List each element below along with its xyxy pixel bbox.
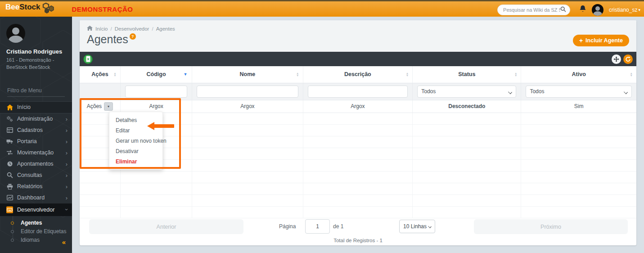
chevron-right-icon: › [66,139,68,145]
sidebar-item-agentes[interactable]: Agentes [0,219,72,227]
sidebar-item-desenvolvedor[interactable]: Desenvolvedor › [0,203,72,216]
sort-desc-icon[interactable]: ▼ [183,72,187,77]
refresh-button[interactable] [623,54,633,64]
sidebar-item-idiomas[interactable]: Idiomas [0,236,72,244]
topbar: BeeStock DEMONSTRAÇÃO cr [0,0,644,17]
sidebar-item-consultas[interactable]: Consultas › [0,170,72,181]
sort-icon[interactable]: ▲▼ [630,72,633,77]
logo-stock-text: Stock [19,3,40,12]
menu-item-editar[interactable]: Editar [109,125,162,136]
next-page-button[interactable]: Próximo [474,219,628,234]
sort-icon[interactable]: ▲▼ [406,72,409,77]
table-filter-row: Todos Todos [80,83,636,100]
sidebar-item-movimentacao[interactable]: Movimentação › [0,147,72,158]
menu-item-detalhes[interactable]: Detalhes [109,115,162,125]
sidebar-item-label: Relatórios [17,183,42,190]
export-excel-button[interactable]: X [83,54,93,64]
sort-icon[interactable]: ▲▼ [514,72,517,77]
empty-table-row [80,124,636,136]
cell-codigo: Argox [120,100,192,113]
sort-icon[interactable]: ▲▼ [296,72,299,77]
sidebar-item-inicio[interactable]: Início [0,101,72,113]
previous-page-button[interactable]: Anterior [89,219,243,234]
empty-table-row [80,171,636,183]
search-icon [6,172,13,179]
wiki-search-input[interactable] [503,7,560,13]
menu-filter-input[interactable] [7,86,65,97]
bullet-icon [11,221,14,225]
help-badge[interactable]: ? [130,33,136,40]
column-header-codigo[interactable]: Código▼ [120,66,192,83]
filter-codigo-input[interactable] [125,86,188,98]
chevron-down-icon: › [63,209,69,211]
page-of-label: de 1 [333,223,343,230]
sidebar-item-label: Administração [17,116,53,122]
sidebar-item-apontamentos[interactable]: Apontamentos › [0,158,72,170]
filter-nome-input[interactable] [197,86,298,98]
printer-icon [6,183,13,190]
wiki-search[interactable] [497,5,570,15]
sidebar-item-relatorios[interactable]: Relatórios › [0,181,72,192]
row-actions-label[interactable]: Ações [87,103,102,109]
user-avatar[interactable] [592,4,603,16]
chevron-right-icon: › [66,172,68,178]
submenu-item-label: Agentes [21,220,42,226]
column-header-nome[interactable]: Nome▲▼ [192,66,303,83]
sidebar-collapse-icon[interactable]: « [62,238,66,246]
grid-toolbar: X [80,52,636,66]
filter-status-select[interactable]: Todos [417,86,516,98]
clock-icon [6,161,13,167]
fullscreen-button[interactable] [612,54,621,64]
sidebar-item-dashboard[interactable]: Dashboard › [0,192,72,203]
sidebar-item-cadastros[interactable]: Cadastros › [0,125,72,136]
sort-icon[interactable]: ▲▼ [113,72,116,77]
profile-avatar [6,24,25,43]
menu-item-eliminar[interactable]: Eliminar [109,156,162,167]
breadcrumb-item[interactable]: Início [95,26,108,32]
chevron-right-icon: › [66,195,68,201]
desenvolvedor-submenu: Agentes Editor de Etiquetas Idiomas [0,216,72,246]
column-header-descricao[interactable]: Descrição▲▼ [303,66,413,83]
gears-icon [6,116,13,122]
main-area: Início / Desenvolvedor / Agentes Agentes… [72,17,644,253]
row-actions-caret-button[interactable]: ▾ [104,102,113,111]
breadcrumb-item[interactable]: Desenvolvedor [115,26,149,32]
chevron-right-icon: › [66,116,68,122]
filter-cell-acoes [80,83,120,100]
environment-banner: DEMONSTRAÇÃO [72,5,133,13]
column-header-status[interactable]: Status▲▼ [413,66,521,83]
breadcrumb-item[interactable]: Agentes [156,26,175,32]
page-size-select[interactable]: 10 Linhas [399,220,435,233]
cell-ativo: Sim [521,100,636,113]
page-number-input[interactable] [305,219,330,234]
bullet-icon [11,239,14,242]
sidebar-item-portaria[interactable]: Portaria › [0,136,72,147]
breadcrumb-separator: / [111,26,112,32]
cell-status: Desconectado [413,100,521,113]
keyboard-icon [6,206,13,213]
page-label: Página [279,223,296,230]
truck-icon [6,138,13,145]
empty-rows [80,113,636,218]
filter-ativo-select[interactable]: Todos [526,86,632,98]
sidebar-item-label: Movimentação [17,149,54,156]
sidebar: Cristiano Rodrigues 161 - Demonstração -… [0,17,72,253]
column-header-ativo[interactable]: Ativo▲▼ [521,66,636,83]
sidebar-menu: Início Administração › Cadastros › [0,101,72,246]
user-menu[interactable]: cristiano_sz ▾ [609,7,640,13]
column-header-acoes[interactable]: Ações▲▼ [80,66,120,83]
incluir-agente-button[interactable]: + Incluir Agente [573,35,629,46]
sidebar-item-administracao[interactable]: Administração › [0,113,72,125]
menu-item-desativar[interactable]: Desativar [109,146,162,156]
sidebar-item-editor-de-etiquetas[interactable]: Editor de Etiquetas [0,227,72,236]
home-icon [6,104,13,111]
menu-item-gerar-token[interactable]: Gerar um novo token [109,136,162,146]
profile-organization: 161 - Demonstração - BeeStock BeeStock [6,57,63,71]
incluir-agente-label: Incluir Agente [585,37,623,44]
toolbar-right [612,54,633,64]
chevron-down-icon [508,90,512,94]
logo-bee-text: Bee [5,3,19,12]
chevron-right-icon: › [66,150,68,156]
filter-descricao-input[interactable] [308,86,408,98]
notifications-bell-icon[interactable] [579,5,586,14]
